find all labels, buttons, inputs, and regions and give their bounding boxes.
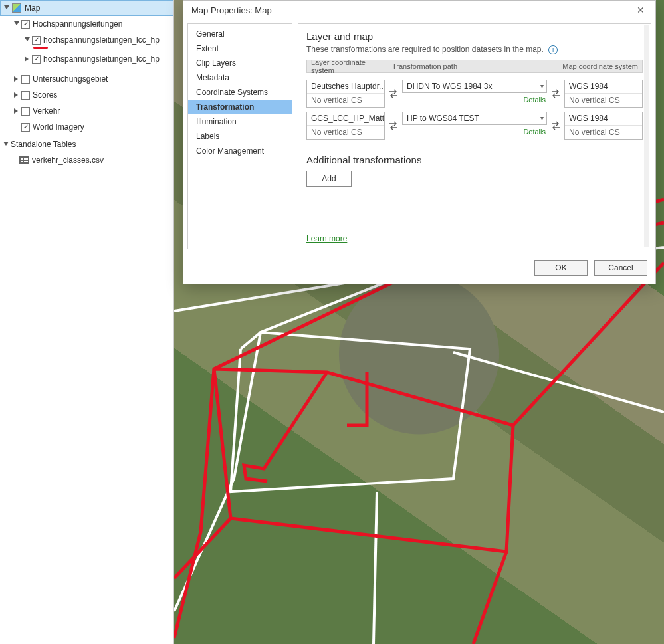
cancel-button[interactable]: Cancel: [594, 260, 647, 276]
caret-down-icon[interactable]: [13, 21, 20, 27]
visibility-checkbox[interactable]: [21, 107, 30, 116]
caret-down-icon: [3, 5, 10, 11]
section-title: Layer and map: [306, 31, 643, 42]
col-header-map: Map coordinate system: [558, 62, 642, 70]
caret-spacer: [13, 124, 20, 130]
layer-cs-cell: GCS_LCC_HP_Matt...No vertical CS: [306, 112, 385, 140]
dialog-button-row: OK Cancel: [183, 253, 655, 284]
details-link[interactable]: Details: [523, 128, 546, 136]
transform-table-header: Layer coordinate system Transformation p…: [306, 60, 643, 73]
layer-cs-cell: Deutsches Hauptdr...No vertical CS: [306, 80, 385, 108]
dialog-titlebar[interactable]: Map Properties: Map ✕: [183, 1, 655, 19]
visibility-checkbox[interactable]: [32, 36, 41, 45]
toc-layer-item[interactable]: Hochspannungsleitungen: [0, 16, 173, 32]
transformation-path-select[interactable]: DHDN To WGS 1984 3x▾: [402, 80, 547, 93]
nav-item-illumination[interactable]: Illumination: [188, 114, 292, 129]
map-icon: [11, 3, 22, 13]
visibility-checkbox[interactable]: [21, 20, 30, 29]
layer-label: Untersuchungsgebiet: [33, 74, 108, 84]
toc-root-map[interactable]: Map: [0, 0, 173, 16]
layer-vert-cs: No vertical CS: [307, 126, 384, 139]
layer-vert-cs: No vertical CS: [307, 94, 384, 107]
nav-item-coordinate-systems[interactable]: Coordinate Systems: [188, 85, 292, 100]
swap-icon[interactable]: [387, 80, 399, 108]
details-link[interactable]: Details: [523, 96, 546, 104]
swap-icon[interactable]: [387, 112, 399, 140]
nav-item-clip-layers[interactable]: Clip Layers: [188, 56, 292, 70]
caret-right-icon[interactable]: [24, 56, 31, 62]
col-header-path: Transformation path: [388, 62, 558, 70]
toc-layer-item[interactable]: World Imagery: [0, 119, 173, 135]
transformation-row: GCS_LCC_HP_Matt...No vertical CSHP to WG…: [306, 112, 643, 140]
table-icon: [19, 155, 29, 165]
add-button[interactable]: Add: [306, 171, 352, 187]
col-header-layer: Layer coordinate system: [307, 58, 388, 74]
map-cs-cell: WGS 1984No vertical CS: [564, 112, 643, 140]
additional-title: Additional transformations: [306, 154, 643, 165]
map-cs-name: WGS 1984: [565, 80, 642, 94]
map-cs-cell: WGS 1984No vertical CS: [564, 80, 643, 108]
details-cell: Details: [402, 93, 547, 106]
toc-root-label: Map: [25, 3, 40, 13]
contents-pane: Map Hochspannungsleitungenhochspannungsl…: [0, 0, 174, 644]
nav-item-extent[interactable]: Extent: [188, 41, 292, 56]
dialog-title: Map Properties: Map: [191, 5, 272, 15]
map-properties-dialog: Map Properties: Map ✕ GeneralExtentClip …: [183, 0, 656, 284]
nav-item-labels[interactable]: Labels: [188, 129, 292, 144]
layer-cs-name: Deutsches Hauptdr...: [307, 80, 384, 94]
toc-layer-item[interactable]: hochspannungsleitungen_lcc_hp: [0, 32, 173, 48]
transformation-path-select[interactable]: HP to WGS84 TEST▾: [402, 112, 547, 125]
layer-label: Verkehr: [33, 106, 60, 116]
visibility-checkbox[interactable]: [32, 55, 41, 64]
close-button[interactable]: ✕: [631, 3, 650, 17]
nav-item-general[interactable]: General: [188, 27, 292, 41]
caret-down-icon[interactable]: [24, 37, 31, 43]
ok-button[interactable]: OK: [534, 260, 588, 276]
layer-label: hochspannungsleitungen_lcc_hp: [43, 54, 160, 64]
standalone-tables-header[interactable]: Standalone Tables: [0, 136, 173, 152]
map-cs-name: WGS 1984: [565, 112, 642, 126]
learn-more-link[interactable]: Learn more: [306, 234, 643, 243]
toc-layer-item[interactable]: Scores: [0, 87, 173, 103]
caret-right-icon[interactable]: [13, 76, 20, 82]
caret-right-icon[interactable]: [13, 108, 20, 114]
chevron-down-icon: ▾: [540, 114, 544, 122]
caret-down-icon: [3, 141, 9, 148]
toc-layer-item[interactable]: hochspannungsleitungen_lcc_hp: [0, 51, 173, 67]
layer-cs-name: GCS_LCC_HP_Matt...: [307, 112, 384, 126]
layer-label: World Imagery: [33, 122, 84, 132]
nav-item-metadata[interactable]: Metadata: [188, 70, 292, 85]
table-label: verkehr_classes.csv: [32, 156, 104, 165]
dialog-content: Layer and map These transformations are …: [298, 23, 651, 249]
visibility-checkbox[interactable]: [21, 75, 30, 84]
layer-label: Scores: [33, 90, 57, 100]
map-vert-cs: No vertical CS: [565, 126, 642, 139]
swap-icon[interactable]: [550, 112, 562, 140]
caret-right-icon[interactable]: [13, 92, 20, 98]
nav-item-color-management[interactable]: Color Management: [188, 144, 292, 158]
info-icon[interactable]: i: [548, 45, 558, 54]
layer-symbology-line: [33, 47, 48, 49]
map-vert-cs: No vertical CS: [565, 94, 642, 107]
close-icon: ✕: [637, 5, 645, 15]
dialog-nav: GeneralExtentClip LayersMetadataCoordina…: [187, 23, 292, 249]
layer-label: hochspannungsleitungen_lcc_hp: [43, 35, 160, 45]
swap-icon[interactable]: [550, 80, 562, 108]
standalone-tables-label: Standalone Tables: [11, 140, 76, 149]
section-sub: These transformations are required to po…: [306, 45, 643, 54]
toc-layer-item[interactable]: Untersuchungsgebiet: [0, 71, 173, 87]
details-cell: Details: [402, 125, 547, 138]
chevron-down-icon: ▾: [540, 82, 544, 90]
transformation-row: Deutsches Hauptdr...No vertical CSDHDN T…: [306, 80, 643, 108]
scrollbar[interactable]: [644, 25, 649, 247]
visibility-checkbox[interactable]: [21, 91, 30, 100]
layer-label: Hochspannungsleitungen: [33, 19, 122, 29]
table-item[interactable]: verkehr_classes.csv: [0, 152, 173, 168]
visibility-checkbox[interactable]: [21, 123, 30, 132]
nav-item-transformation[interactable]: Transformation: [188, 100, 292, 114]
toc-layer-item[interactable]: Verkehr: [0, 103, 173, 119]
